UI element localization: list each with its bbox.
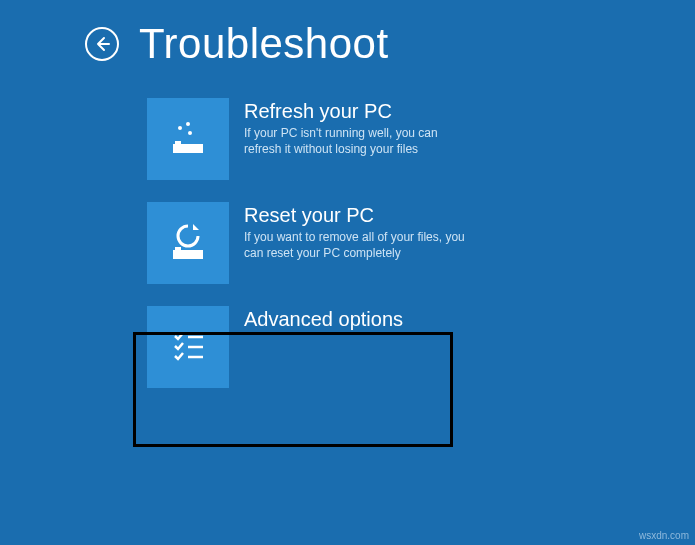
option-title: Reset your PC [244, 204, 469, 227]
watermark: wsxdn.com [639, 530, 689, 541]
option-title: Advanced options [244, 308, 403, 331]
svg-rect-6 [175, 247, 181, 250]
svg-point-2 [188, 131, 192, 135]
svg-point-0 [178, 126, 182, 130]
svg-rect-3 [173, 144, 203, 153]
svg-rect-4 [175, 141, 181, 144]
option-text: Reset your PC If you want to remove all … [229, 202, 469, 261]
option-advanced-options[interactable]: Advanced options [147, 306, 695, 388]
svg-point-1 [186, 122, 190, 126]
reset-pc-icon [163, 218, 213, 268]
option-desc: If your PC isn't running well, you can r… [244, 125, 469, 157]
option-text: Advanced options [229, 306, 403, 333]
option-title: Refresh your PC [244, 100, 469, 123]
option-text: Refresh your PC If your PC isn't running… [229, 98, 469, 157]
reset-pc-tile [147, 202, 229, 284]
refresh-pc-tile [147, 98, 229, 180]
refresh-pc-icon [163, 114, 213, 164]
page-title: Troubleshoot [139, 20, 389, 68]
back-button[interactable] [85, 27, 119, 61]
option-desc: If you want to remove all of your files,… [244, 229, 469, 261]
option-refresh-pc[interactable]: Refresh your PC If your PC isn't running… [147, 98, 695, 180]
option-reset-pc[interactable]: Reset your PC If you want to remove all … [147, 202, 695, 284]
checklist-icon [163, 322, 213, 372]
advanced-options-tile [147, 306, 229, 388]
svg-rect-5 [173, 250, 203, 259]
back-arrow-icon [93, 35, 111, 53]
